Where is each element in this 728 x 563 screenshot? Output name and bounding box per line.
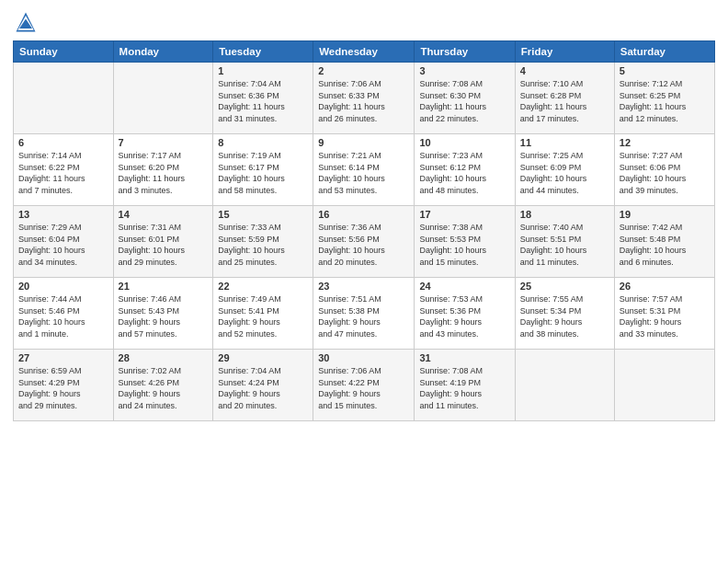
day-number: 26 xyxy=(620,281,710,292)
day-info: Sunrise: 7:06 AM Sunset: 6:33 PM Dayligh… xyxy=(318,78,409,124)
calendar-cell: 26Sunrise: 7:57 AM Sunset: 5:31 PM Dayli… xyxy=(614,278,714,350)
day-number: 14 xyxy=(119,209,209,220)
day-info: Sunrise: 7:38 AM Sunset: 5:53 PM Dayligh… xyxy=(419,222,509,268)
day-number: 9 xyxy=(318,137,409,148)
calendar-cell: 24Sunrise: 7:53 AM Sunset: 5:36 PM Dayli… xyxy=(415,278,515,350)
calendar-cell: 6Sunrise: 7:14 AM Sunset: 6:22 PM Daylig… xyxy=(14,134,114,206)
day-number: 2 xyxy=(318,65,409,76)
day-number: 30 xyxy=(318,352,409,363)
calendar-cell: 19Sunrise: 7:42 AM Sunset: 5:48 PM Dayli… xyxy=(614,206,714,278)
calendar-cell: 27Sunrise: 6:59 AM Sunset: 4:29 PM Dayli… xyxy=(14,350,114,421)
calendar-cell: 12Sunrise: 7:27 AM Sunset: 6:06 PM Dayli… xyxy=(614,134,714,206)
day-info: Sunrise: 7:12 AM Sunset: 6:25 PM Dayligh… xyxy=(620,78,710,124)
day-info: Sunrise: 7:36 AM Sunset: 5:56 PM Dayligh… xyxy=(318,222,409,268)
header xyxy=(13,9,715,35)
weekday-header-row: SundayMondayTuesdayWednesdayThursdayFrid… xyxy=(14,41,715,63)
day-number: 1 xyxy=(218,65,308,76)
day-number: 12 xyxy=(620,137,710,148)
day-number: 11 xyxy=(520,137,609,148)
calendar-cell: 28Sunrise: 7:02 AM Sunset: 4:26 PM Dayli… xyxy=(113,350,213,421)
day-info: Sunrise: 7:25 AM Sunset: 6:09 PM Dayligh… xyxy=(520,150,609,196)
day-number: 3 xyxy=(419,65,509,76)
day-info: Sunrise: 7:19 AM Sunset: 6:17 PM Dayligh… xyxy=(218,150,308,196)
day-number: 22 xyxy=(218,281,308,292)
calendar-cell: 25Sunrise: 7:55 AM Sunset: 5:34 PM Dayli… xyxy=(515,278,614,350)
day-info: Sunrise: 7:02 AM Sunset: 4:26 PM Dayligh… xyxy=(119,365,209,411)
calendar-cell: 16Sunrise: 7:36 AM Sunset: 5:56 PM Dayli… xyxy=(313,206,415,278)
day-number: 18 xyxy=(520,209,609,220)
calendar-cell: 8Sunrise: 7:19 AM Sunset: 6:17 PM Daylig… xyxy=(213,134,313,206)
day-number: 16 xyxy=(318,209,409,220)
day-info: Sunrise: 7:57 AM Sunset: 5:31 PM Dayligh… xyxy=(620,293,710,339)
day-info: Sunrise: 7:42 AM Sunset: 5:48 PM Dayligh… xyxy=(620,222,710,268)
day-info: Sunrise: 7:23 AM Sunset: 6:12 PM Dayligh… xyxy=(419,150,509,196)
calendar-table: SundayMondayTuesdayWednesdayThursdayFrid… xyxy=(13,40,715,421)
day-info: Sunrise: 7:04 AM Sunset: 6:36 PM Dayligh… xyxy=(218,78,308,124)
calendar-cell: 11Sunrise: 7:25 AM Sunset: 6:09 PM Dayli… xyxy=(515,134,614,206)
calendar-cell: 21Sunrise: 7:46 AM Sunset: 5:43 PM Dayli… xyxy=(113,278,213,350)
day-number: 5 xyxy=(620,65,710,76)
day-number: 25 xyxy=(520,281,609,292)
day-number: 23 xyxy=(318,281,409,292)
day-number: 21 xyxy=(119,281,209,292)
day-number: 15 xyxy=(218,209,308,220)
calendar-cell: 23Sunrise: 7:51 AM Sunset: 5:38 PM Dayli… xyxy=(313,278,415,350)
calendar-cell: 18Sunrise: 7:40 AM Sunset: 5:51 PM Dayli… xyxy=(515,206,614,278)
calendar-cell: 20Sunrise: 7:44 AM Sunset: 5:46 PM Dayli… xyxy=(14,278,114,350)
weekday-header-wednesday: Wednesday xyxy=(313,41,415,63)
day-number: 4 xyxy=(520,65,609,76)
calendar-cell xyxy=(614,350,714,421)
calendar-cell: 15Sunrise: 7:33 AM Sunset: 5:59 PM Dayli… xyxy=(213,206,313,278)
day-number: 17 xyxy=(419,209,509,220)
calendar-cell: 5Sunrise: 7:12 AM Sunset: 6:25 PM Daylig… xyxy=(614,63,714,134)
day-info: Sunrise: 7:04 AM Sunset: 4:24 PM Dayligh… xyxy=(218,365,308,411)
weekday-header-friday: Friday xyxy=(515,41,614,63)
page: SundayMondayTuesdayWednesdayThursdayFrid… xyxy=(0,0,728,563)
day-number: 10 xyxy=(419,137,509,148)
day-info: Sunrise: 7:14 AM Sunset: 6:22 PM Dayligh… xyxy=(18,150,108,196)
day-info: Sunrise: 7:29 AM Sunset: 6:04 PM Dayligh… xyxy=(18,222,108,268)
weekday-header-saturday: Saturday xyxy=(614,41,714,63)
day-number: 29 xyxy=(218,352,308,363)
day-info: Sunrise: 7:49 AM Sunset: 5:41 PM Dayligh… xyxy=(218,293,308,339)
calendar-cell: 10Sunrise: 7:23 AM Sunset: 6:12 PM Dayli… xyxy=(415,134,515,206)
week-row-5: 27Sunrise: 6:59 AM Sunset: 4:29 PM Dayli… xyxy=(14,350,715,421)
day-info: Sunrise: 7:51 AM Sunset: 5:38 PM Dayligh… xyxy=(318,293,409,339)
day-info: Sunrise: 7:40 AM Sunset: 5:51 PM Dayligh… xyxy=(520,222,609,268)
week-row-3: 13Sunrise: 7:29 AM Sunset: 6:04 PM Dayli… xyxy=(14,206,715,278)
calendar-cell: 13Sunrise: 7:29 AM Sunset: 6:04 PM Dayli… xyxy=(14,206,114,278)
calendar-cell: 29Sunrise: 7:04 AM Sunset: 4:24 PM Dayli… xyxy=(213,350,313,421)
day-info: Sunrise: 7:06 AM Sunset: 4:22 PM Dayligh… xyxy=(318,365,409,411)
day-info: Sunrise: 7:46 AM Sunset: 5:43 PM Dayligh… xyxy=(119,293,209,339)
calendar-cell: 17Sunrise: 7:38 AM Sunset: 5:53 PM Dayli… xyxy=(415,206,515,278)
day-info: Sunrise: 7:31 AM Sunset: 6:01 PM Dayligh… xyxy=(119,222,209,268)
weekday-header-sunday: Sunday xyxy=(14,41,114,63)
day-info: Sunrise: 7:44 AM Sunset: 5:46 PM Dayligh… xyxy=(18,293,108,339)
calendar-cell: 7Sunrise: 7:17 AM Sunset: 6:20 PM Daylig… xyxy=(113,134,213,206)
day-info: Sunrise: 7:27 AM Sunset: 6:06 PM Dayligh… xyxy=(620,150,710,196)
calendar-cell xyxy=(14,63,114,134)
day-number: 20 xyxy=(18,281,108,292)
calendar-cell: 2Sunrise: 7:06 AM Sunset: 6:33 PM Daylig… xyxy=(313,63,415,134)
calendar-cell: 1Sunrise: 7:04 AM Sunset: 6:36 PM Daylig… xyxy=(213,63,313,134)
calendar-cell xyxy=(515,350,614,421)
calendar-cell: 22Sunrise: 7:49 AM Sunset: 5:41 PM Dayli… xyxy=(213,278,313,350)
calendar-cell: 31Sunrise: 7:08 AM Sunset: 4:19 PM Dayli… xyxy=(415,350,515,421)
day-number: 19 xyxy=(620,209,710,220)
week-row-2: 6Sunrise: 7:14 AM Sunset: 6:22 PM Daylig… xyxy=(14,134,715,206)
logo xyxy=(13,9,40,35)
calendar-cell: 3Sunrise: 7:08 AM Sunset: 6:30 PM Daylig… xyxy=(415,63,515,134)
day-info: Sunrise: 7:08 AM Sunset: 6:30 PM Dayligh… xyxy=(419,78,509,124)
calendar-cell: 14Sunrise: 7:31 AM Sunset: 6:01 PM Dayli… xyxy=(113,206,213,278)
calendar-cell: 4Sunrise: 7:10 AM Sunset: 6:28 PM Daylig… xyxy=(515,63,614,134)
day-number: 8 xyxy=(218,137,308,148)
day-number: 7 xyxy=(119,137,209,148)
day-info: Sunrise: 7:10 AM Sunset: 6:28 PM Dayligh… xyxy=(520,78,609,124)
weekday-header-thursday: Thursday xyxy=(415,41,515,63)
day-number: 24 xyxy=(419,281,509,292)
calendar-cell: 30Sunrise: 7:06 AM Sunset: 4:22 PM Dayli… xyxy=(313,350,415,421)
day-info: Sunrise: 7:08 AM Sunset: 4:19 PM Dayligh… xyxy=(419,365,509,411)
day-number: 13 xyxy=(18,209,108,220)
weekday-header-monday: Monday xyxy=(113,41,213,63)
day-number: 6 xyxy=(18,137,108,148)
